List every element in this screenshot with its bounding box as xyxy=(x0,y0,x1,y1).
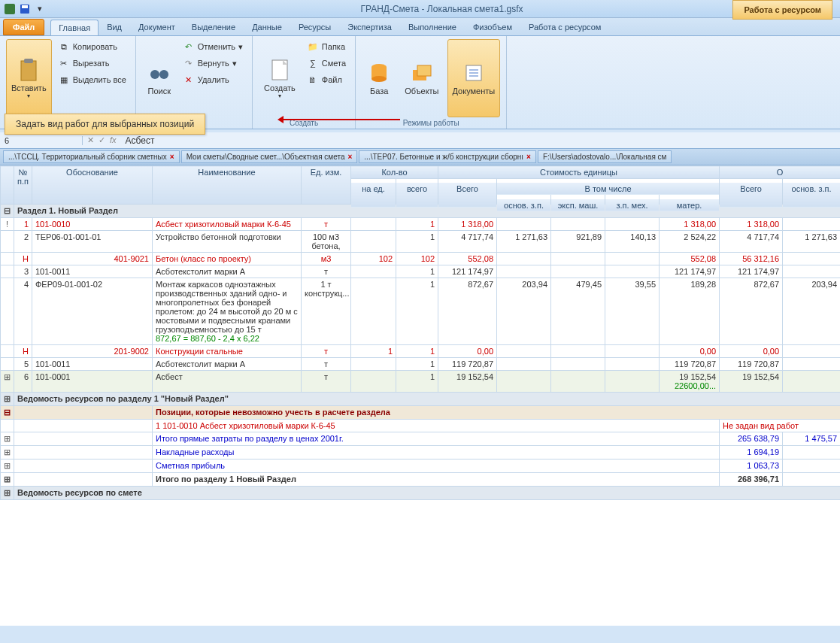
cell[interactable]: 1 xyxy=(396,231,438,253)
cell[interactable]: 0,00 xyxy=(720,345,783,358)
cell[interactable] xyxy=(783,345,840,358)
fx-icon[interactable]: fx xyxy=(110,135,117,145)
cell[interactable]: 140,13 xyxy=(605,231,660,253)
col-osn2[interactable]: основ. з.п. xyxy=(783,182,840,208)
cell[interactable] xyxy=(551,265,605,278)
table-row[interactable]: Н401-9021Бетон (класс по проекту)м310210… xyxy=(1,253,841,265)
cell[interactable]: 19 152,5422600,00... xyxy=(660,371,720,393)
cell[interactable]: Асбест хризотиловый марки К-6-45 xyxy=(153,218,302,231)
cancel-icon[interactable]: ✕ xyxy=(87,135,94,145)
cell[interactable]: 1 xyxy=(396,218,438,231)
cell[interactable]: 1 xyxy=(396,265,438,278)
cell[interactable] xyxy=(551,345,605,358)
vedomost-row[interactable]: ⊞Ведомость ресурсов по разделу 1 "Новый … xyxy=(1,393,841,406)
total-row[interactable]: ⊞Сметная прибыль1 063,73 xyxy=(1,460,841,473)
cell[interactable]: 1 xyxy=(396,358,438,371)
cell[interactable]: 6 xyxy=(14,371,32,393)
cell[interactable]: т xyxy=(302,345,351,358)
documents-button[interactable]: Документы xyxy=(447,39,501,117)
cell[interactable]: т xyxy=(302,218,351,231)
cell[interactable]: 872,67 xyxy=(438,278,497,345)
folder-button[interactable]: 📁Папка xyxy=(304,39,349,54)
contextual-tab-resource[interactable]: Работа с ресурсом xyxy=(732,0,832,20)
grand-total-row[interactable]: ⊞Итого по разделу 1 Новый Раздел268 396,… xyxy=(1,473,841,487)
app-icon[interactable] xyxy=(3,2,17,16)
cell[interactable]: 1 318,00 xyxy=(660,218,720,231)
table-row[interactable]: 5101-0011Асботекстолит марки Ат1119 720,… xyxy=(1,358,841,371)
cell[interactable] xyxy=(551,358,605,371)
total-row[interactable]: ⊞Итого прямые затраты по разделу в ценах… xyxy=(1,432,841,446)
file-sub-button[interactable]: 🗎Файл xyxy=(304,72,349,87)
cell[interactable]: т xyxy=(302,265,351,278)
col-vsego[interactable]: всего xyxy=(396,182,438,208)
file-button[interactable]: Файл xyxy=(3,19,44,35)
error-row[interactable]: 1 101-0010 Асбест хризотиловый марки К-6… xyxy=(1,420,841,432)
cell[interactable]: 5 xyxy=(14,358,32,371)
cell[interactable] xyxy=(497,345,551,358)
cell[interactable] xyxy=(783,371,840,393)
cell[interactable]: 101-0011 xyxy=(32,265,153,278)
cell[interactable]: 203,94 xyxy=(783,278,840,345)
cell[interactable]: 552,08 xyxy=(660,253,720,265)
cell[interactable] xyxy=(497,253,551,265)
table-row[interactable]: Н201-9002Конструкции стальныет110,000,00… xyxy=(1,345,841,358)
cell[interactable]: 1 318,00 xyxy=(438,218,497,231)
cell[interactable]: 1 xyxy=(351,345,396,358)
tab-resources[interactable]: Ресурсы xyxy=(290,19,339,35)
col-vs2[interactable]: Всего xyxy=(720,182,783,208)
accept-icon[interactable]: ✓ xyxy=(99,135,105,145)
cell[interactable]: 119 720,87 xyxy=(660,358,720,371)
doc-tab-2[interactable]: Мои сметы\Сводные смет...\Объектная смет… xyxy=(181,150,358,163)
cell[interactable] xyxy=(783,358,840,371)
formula-content[interactable]: Асбест xyxy=(121,135,840,146)
tab-document[interactable]: Документ xyxy=(130,19,183,35)
base-button[interactable]: База xyxy=(362,39,396,117)
cell[interactable]: 189,28 xyxy=(660,278,720,345)
tab-selection[interactable]: Выделение xyxy=(183,19,244,35)
grid[interactable]: № п.п Обоснование Наименование Ед. изм. … xyxy=(0,165,840,626)
tab-view[interactable]: Вид xyxy=(99,19,130,35)
cell[interactable]: Монтаж каркасов одноэтажных производстве… xyxy=(153,278,302,345)
cell[interactable]: 101-0001 xyxy=(32,371,153,393)
estimate-button[interactable]: ∑Смета xyxy=(304,56,349,71)
qat-dropdown-icon[interactable]: ▾ xyxy=(33,2,47,16)
cell[interactable]: т xyxy=(302,358,351,371)
cell[interactable] xyxy=(605,253,660,265)
select-all-button[interactable]: ▦Выделить все xyxy=(55,72,129,87)
cell[interactable] xyxy=(497,218,551,231)
cell[interactable] xyxy=(351,218,396,231)
cell[interactable]: 100 м3 бетона, xyxy=(302,231,351,253)
objects-button[interactable]: Объекты xyxy=(399,39,444,117)
cell[interactable] xyxy=(351,265,396,278)
cell[interactable]: т xyxy=(302,371,351,393)
tab-execution[interactable]: Выполнение xyxy=(400,19,465,35)
tab-data[interactable]: Данные xyxy=(244,19,290,35)
table-row[interactable]: !1101-0010Асбест хризотиловый марки К-6-… xyxy=(1,218,841,231)
col-cost[interactable]: Стоимость единицы xyxy=(438,166,720,179)
cell[interactable]: 1 271,63 xyxy=(783,231,840,253)
tab-resource-work[interactable]: Работа с ресурсом xyxy=(520,19,609,35)
cell[interactable]: 203,94 xyxy=(497,278,551,345)
cell[interactable]: Устройство бетонной подготовки xyxy=(153,231,302,253)
cell[interactable] xyxy=(351,231,396,253)
close-icon[interactable]: × xyxy=(526,153,531,161)
col-osn[interactable]: основ. з.п. xyxy=(497,199,551,211)
cell[interactable]: Бетон (класс по проекту) xyxy=(153,253,302,265)
cell[interactable]: 4 717,74 xyxy=(720,231,783,253)
cell[interactable] xyxy=(351,358,396,371)
col-vsego2[interactable]: Всего xyxy=(438,182,497,208)
cell[interactable] xyxy=(551,371,605,393)
close-icon[interactable]: × xyxy=(347,153,352,161)
cell[interactable]: 0,00 xyxy=(438,345,497,358)
cell[interactable]: 121 174,97 xyxy=(720,265,783,278)
delete-button[interactable]: ✕Удалить xyxy=(180,72,246,87)
cell[interactable]: 921,89 xyxy=(551,231,605,253)
table-row[interactable]: 4ФЕР09-01-001-02Монтаж каркасов одноэтаж… xyxy=(1,278,841,345)
cell[interactable]: 2 524,22 xyxy=(660,231,720,253)
cell[interactable]: 102 xyxy=(351,253,396,265)
cell[interactable]: Асботекстолит марки А xyxy=(153,358,302,371)
cell[interactable]: 101-0010 xyxy=(32,218,153,231)
col-naed[interactable]: на ед. xyxy=(351,182,396,208)
cell[interactable]: 19 152,54 xyxy=(438,371,497,393)
cell[interactable] xyxy=(783,253,840,265)
